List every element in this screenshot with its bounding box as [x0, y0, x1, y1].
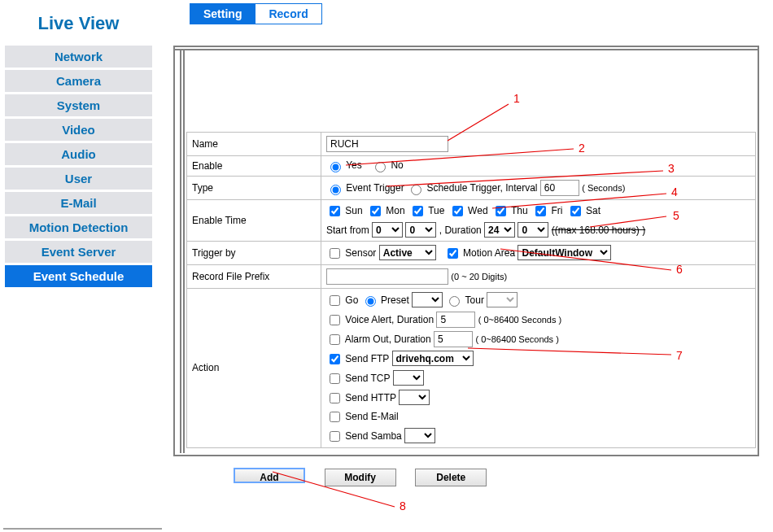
enable-yes-text: Yes — [346, 159, 362, 171]
sensor-label: Sensor — [345, 247, 376, 259]
tour-select[interactable] — [487, 292, 518, 307]
day-tue-checkbox[interactable] — [413, 206, 423, 216]
http-select[interactable] — [399, 390, 430, 405]
settings-frame: Name Enable Yes No Type Event Trigger — [173, 46, 759, 456]
duration-text: , Duration — [439, 225, 482, 236]
sensor-checkbox[interactable] — [330, 248, 340, 259]
sidebar-item-motion-detection[interactable]: Motion Detection — [5, 216, 152, 238]
dur-min-select[interactable]: 0 — [518, 222, 548, 238]
day-thu-checkbox[interactable] — [496, 206, 506, 216]
enable-yes-radio[interactable] — [330, 162, 341, 172]
frame-left-inner2 — [183, 49, 185, 453]
enable-label: Enable — [187, 156, 321, 177]
tour-radio[interactable] — [449, 296, 460, 307]
row-action: Action Go Preset Tour — [187, 288, 756, 447]
tcp-select[interactable] — [393, 370, 424, 386]
preset-text: Preset — [381, 294, 409, 305]
day-fri-checkbox[interactable] — [535, 206, 546, 216]
name-input[interactable] — [326, 136, 448, 152]
start-hour-select[interactable]: 0 — [372, 222, 403, 238]
name-label: Name — [187, 133, 321, 156]
prefix-label: Record File Prefix — [187, 264, 321, 288]
enable-no-text: No — [391, 159, 403, 171]
samba-text: Send Samba — [345, 430, 401, 441]
day-mon[interactable]: Mon — [367, 205, 405, 216]
voice-suffix: ( 0~86400 Seconds ) — [478, 315, 561, 325]
sidebar-item-network[interactable]: Network — [5, 46, 152, 68]
day-sun-checkbox[interactable] — [330, 206, 340, 216]
sidebar-items: NetworkCameraSystemVideoAudioUserE-MailM… — [5, 46, 152, 287]
sidebar: Live View NetworkCameraSystemVideoAudioU… — [0, 0, 159, 532]
tab-record[interactable]: Record — [255, 3, 321, 24]
days-row: Sun Mon Tue Wed Thu Fri Sat — [326, 203, 750, 219]
alarm-checkbox[interactable] — [330, 334, 340, 345]
row-type: Type Event Trigger Schedule Trigger, Int… — [187, 177, 756, 200]
tab-setting[interactable]: Setting — [190, 3, 255, 24]
motion-select[interactable]: DefaultWindow — [518, 245, 611, 260]
day-wed-checkbox[interactable] — [452, 206, 463, 216]
go-checkbox[interactable] — [330, 295, 340, 306]
type-event-text: Event Trigger — [346, 182, 404, 194]
day-sun[interactable]: Sun — [326, 205, 363, 216]
sidebar-item-system[interactable]: System — [5, 94, 152, 116]
enable-yes-wrap[interactable]: Yes — [326, 159, 362, 171]
preset-select[interactable] — [412, 292, 443, 307]
type-event-wrap[interactable]: Event Trigger — [326, 182, 404, 194]
prefix-note: (0 ~ 20 Digits) — [451, 272, 507, 281]
tcp-checkbox[interactable] — [330, 373, 340, 384]
frame-left-inner — [180, 49, 181, 453]
modify-button[interactable]: Modify — [325, 469, 396, 486]
trigger-label: Trigger by — [187, 242, 321, 265]
http-checkbox[interactable] — [330, 393, 340, 403]
motion-checkbox[interactable] — [448, 248, 458, 259]
alarm-text: Alarm Out, Duration — [345, 334, 431, 345]
sidebar-item-event-schedule[interactable]: Event Schedule — [5, 265, 152, 287]
go-text: Go — [345, 294, 358, 305]
main-panel: SettingRecord Name Enable Yes No — [159, 0, 773, 532]
day-tue[interactable]: Tue — [409, 205, 444, 216]
voice-checkbox[interactable] — [330, 315, 340, 325]
delete-button[interactable]: Delete — [415, 469, 487, 486]
sidebar-item-event-server[interactable]: Event Server — [5, 241, 152, 263]
day-wed[interactable]: Wed — [449, 205, 488, 216]
day-sat[interactable]: Sat — [567, 205, 600, 216]
day-mon-checkbox[interactable] — [370, 206, 381, 216]
enable-no-radio[interactable] — [375, 162, 386, 172]
interval-suffix: ( Seconds) — [582, 183, 625, 193]
type-schedule-text: Schedule Trigger, Interval — [426, 182, 537, 194]
settings-table: Name Enable Yes No Type Event Trigger — [186, 132, 756, 448]
sidebar-item-user[interactable]: User — [5, 168, 152, 190]
enable-no-wrap[interactable]: No — [371, 159, 404, 171]
frame-top-inner — [175, 49, 758, 50]
voice-duration-input[interactable] — [436, 312, 475, 328]
ftp-select[interactable]: drivehq.com — [392, 351, 474, 366]
tabbar: SettingRecord — [190, 3, 773, 24]
sidebar-item-video[interactable]: Video — [5, 119, 152, 141]
start-min-select[interactable]: 0 — [405, 222, 436, 238]
type-schedule-wrap[interactable]: Schedule Trigger, Interval — [407, 182, 537, 194]
preset-radio[interactable] — [365, 296, 376, 307]
alarm-duration-input[interactable] — [434, 331, 473, 347]
sidebar-item-e-mail[interactable]: E-Mail — [5, 192, 152, 214]
type-schedule-radio[interactable] — [411, 185, 421, 195]
add-button[interactable]: Add — [234, 468, 305, 483]
sidebar-item-camera[interactable]: Camera — [5, 70, 152, 92]
ftp-checkbox[interactable] — [330, 354, 340, 364]
sidebar-item-audio[interactable]: Audio — [5, 143, 152, 165]
day-sat-checkbox[interactable] — [570, 206, 581, 216]
day-fri[interactable]: Fri — [532, 205, 562, 216]
day-thu[interactable]: Thu — [492, 205, 528, 216]
samba-checkbox[interactable] — [330, 431, 340, 442]
prefix-input[interactable] — [326, 268, 448, 285]
email-text: Send E-Mail — [345, 410, 398, 421]
interval-input[interactable] — [540, 180, 579, 196]
row-prefix: Record File Prefix (0 ~ 20 Digits) — [187, 264, 756, 288]
samba-select[interactable] — [404, 428, 435, 443]
sensor-select[interactable]: Active — [379, 245, 436, 260]
type-event-radio[interactable] — [330, 185, 341, 195]
http-text: Send HTTP — [345, 391, 395, 403]
ftp-text: Send FTP — [345, 353, 389, 364]
dur-hour-select[interactable]: 24 — [484, 222, 515, 238]
start-from-text: Start from — [326, 225, 369, 236]
email-checkbox[interactable] — [330, 412, 340, 422]
